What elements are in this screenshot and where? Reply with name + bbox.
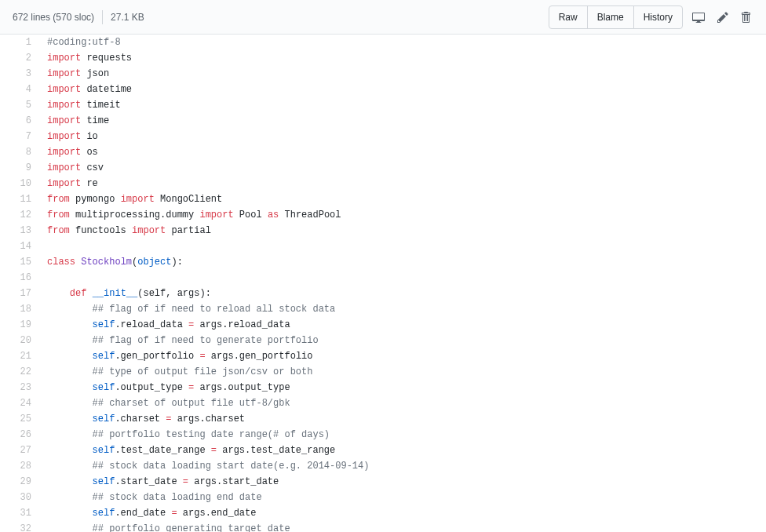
code-line: 11from pymongo import MongoClient [0,191,766,207]
line-number[interactable]: 30 [0,490,39,505]
line-content: ## flag of if need to reload all stock d… [39,301,335,317]
line-content: ## portfolio generating target date [39,521,290,532]
line-content: import io [39,129,98,144]
line-content: self.start_date = args.start_date [39,474,279,490]
line-content: import datetime [39,82,132,97]
line-content [39,270,47,286]
code-line: 15class Stockholm(object): [0,254,766,270]
code-line: 19 self.reload_data = args.reload_data [0,317,766,333]
blame-button[interactable]: Blame [587,5,634,29]
line-number[interactable]: 19 [0,317,39,333]
line-number[interactable]: 17 [0,286,39,301]
line-content: import csv [39,160,104,176]
line-content: import timeit [39,97,121,113]
line-number[interactable]: 8 [0,144,39,160]
source-buttons: Raw Blame History [549,5,683,29]
line-content: import time [39,113,109,129]
code-line: 21 self.gen_portfolio = args.gen_portfol… [0,348,766,364]
line-content: self.test_date_range = args.test_date_ra… [39,443,335,458]
line-number[interactable]: 18 [0,301,39,317]
code-line: 28 ## stock data loading start date(e.g.… [0,458,766,474]
line-number[interactable]: 4 [0,82,39,97]
line-number[interactable]: 32 [0,521,39,532]
line-number[interactable]: 21 [0,348,39,364]
code-line: 30 ## stock data loading end date [0,490,766,505]
line-number[interactable]: 14 [0,239,39,254]
desktop-icon[interactable] [689,8,708,27]
history-button[interactable]: History [633,5,683,29]
line-content: from pymongo import MongoClient [39,191,222,207]
code-line: 25 self.charset = args.charset [0,411,766,427]
line-number[interactable]: 27 [0,443,39,458]
code-line: 17 def __init__(self, args): [0,286,766,301]
line-content: self.gen_portfolio = args.gen_portfolio [39,348,312,364]
code-line: 14 [0,239,766,254]
line-content: self.reload_data = args.reload_data [39,317,290,333]
line-number[interactable]: 29 [0,474,39,490]
line-content: import requests [39,50,132,66]
line-content [39,239,47,254]
line-content: import re [39,176,98,191]
line-number[interactable]: 15 [0,254,39,270]
line-content: import json [39,66,109,82]
line-number[interactable]: 3 [0,66,39,82]
line-number[interactable]: 24 [0,395,39,411]
code-line: 5import timeit [0,97,766,113]
line-content: from multiprocessing.dummy import Pool a… [39,207,341,223]
line-number[interactable]: 5 [0,97,39,113]
line-content: ## portfolio testing date range(# of day… [39,427,330,443]
line-number[interactable]: 25 [0,411,39,427]
line-content: def __init__(self, args): [39,286,211,301]
line-content: #coding:utf-8 [39,35,121,50]
file-header: 672 lines (570 sloc) 27.1 KB Raw Blame H… [0,0,766,35]
code-line: 9import csv [0,160,766,176]
code-line: 6import time [0,113,766,129]
code-line: 18 ## flag of if need to reload all stoc… [0,301,766,317]
code-line: 2import requests [0,50,766,66]
line-number[interactable]: 26 [0,427,39,443]
pencil-icon[interactable] [714,8,731,27]
line-content: import os [39,144,98,160]
code-line: 23 self.output_type = args.output_type [0,380,766,395]
line-number[interactable]: 12 [0,207,39,223]
line-number[interactable]: 20 [0,333,39,348]
line-content: self.charset = args.charset [39,411,245,427]
line-number[interactable]: 23 [0,380,39,395]
line-number[interactable]: 7 [0,129,39,144]
line-number[interactable]: 10 [0,176,39,191]
code-line: 27 self.test_date_range = args.test_date… [0,443,766,458]
code-line: 10import re [0,176,766,191]
line-number[interactable]: 1 [0,35,39,50]
file-actions: Raw Blame History [549,5,753,29]
line-number[interactable]: 6 [0,113,39,129]
code-line: 29 self.start_date = args.start_date [0,474,766,490]
line-number[interactable]: 31 [0,505,39,521]
raw-button[interactable]: Raw [549,5,588,29]
code-line: 26 ## portfolio testing date range(# of … [0,427,766,443]
line-number[interactable]: 28 [0,458,39,474]
line-number[interactable]: 22 [0,364,39,380]
line-content: ## flag of if need to generate portfolio [39,333,319,348]
file-info: 672 lines (570 sloc) 27.1 KB [13,10,144,24]
code-line: 1#coding:utf-8 [0,35,766,50]
code-line: 16 [0,270,766,286]
code-line: 31 self.end_date = args.end_date [0,505,766,521]
code-viewer: 1#coding:utf-82import requests3import js… [0,35,766,532]
line-content: ## charset of output file utf-8/gbk [39,395,290,411]
line-content: self.output_type = args.output_type [39,380,290,395]
code-line: 7import io [0,129,766,144]
trash-icon[interactable] [738,8,753,27]
code-line: 12from multiprocessing.dummy import Pool… [0,207,766,223]
line-content: ## stock data loading end date [39,490,262,505]
line-number[interactable]: 13 [0,223,39,239]
line-number[interactable]: 16 [0,270,39,286]
code-line: 24 ## charset of output file utf-8/gbk [0,395,766,411]
code-line: 13from functools import partial [0,223,766,239]
line-number[interactable]: 9 [0,160,39,176]
code-line: 22 ## type of output file json/csv or bo… [0,364,766,380]
line-number[interactable]: 2 [0,50,39,66]
lines-count: 672 lines (570 sloc) [13,12,94,23]
line-content: ## type of output file json/csv or both [39,364,312,380]
line-number[interactable]: 11 [0,191,39,207]
file-size: 27.1 KB [111,12,144,23]
